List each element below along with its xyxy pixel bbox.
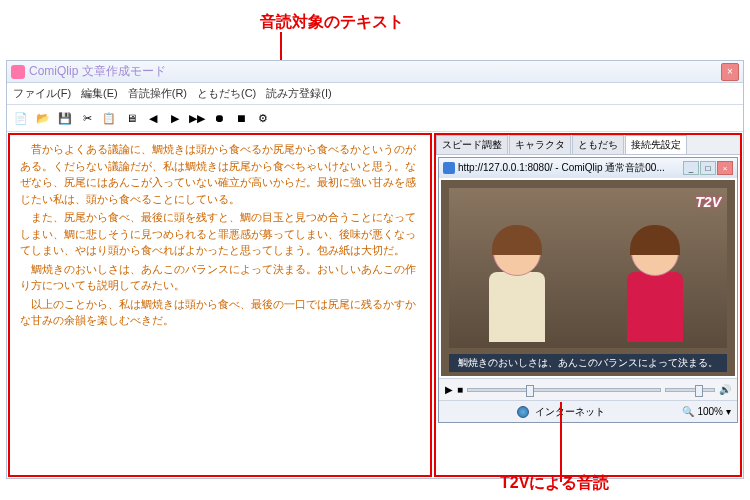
new-icon[interactable]: 📄 bbox=[11, 108, 31, 128]
window-title: ComiQlip 文章作成モード bbox=[29, 63, 166, 80]
save-icon[interactable]: 💾 bbox=[55, 108, 75, 128]
text-editor[interactable]: 昔からよくある議論に、鯛焼きは頭から食べるか尻尾から食べるかというのがある。くだ… bbox=[8, 133, 432, 477]
ie-titlebar: http://127.0.0.1:8080/ - ComiQlip 通常音読00… bbox=[439, 158, 737, 178]
play-icon[interactable]: ▶ bbox=[165, 108, 185, 128]
paragraph-1: 昔からよくある議論に、鯛焼きは頭から食べるか尻尾から食べるかというのがある。くだ… bbox=[20, 141, 420, 207]
paragraph-3: 鯛焼きのおいしさは、あんこのバランスによって決まる。おいしいあんこの作り方につい… bbox=[20, 261, 420, 294]
volume-icon[interactable]: 🔊 bbox=[719, 384, 731, 395]
maximize-button[interactable]: □ bbox=[700, 161, 716, 175]
globe-icon bbox=[517, 406, 529, 418]
prev-icon[interactable]: ◀ bbox=[143, 108, 163, 128]
menu-readop[interactable]: 音読操作(R) bbox=[128, 86, 187, 101]
next-icon[interactable]: ▶▶ bbox=[187, 108, 207, 128]
minimize-button[interactable]: _ bbox=[683, 161, 699, 175]
close-button[interactable]: × bbox=[721, 63, 739, 81]
caption-text: 鯛焼きのおいしさは、あんこのバランスによって決まる。 bbox=[449, 354, 727, 372]
ie-url-title: http://127.0.0.1:8080/ - ComiQlip 通常音読00… bbox=[458, 161, 665, 175]
cut-icon[interactable]: ✂ bbox=[77, 108, 97, 128]
seek-thumb[interactable] bbox=[526, 385, 534, 397]
copy-icon[interactable]: 📋 bbox=[99, 108, 119, 128]
tab-character[interactable]: キャラクタ bbox=[509, 135, 571, 154]
player-controls: ▶ ■ 🔊 bbox=[439, 378, 737, 400]
open-icon[interactable]: 📂 bbox=[33, 108, 53, 128]
right-bottom-panel bbox=[436, 425, 740, 475]
zoom-icon: 🔍 bbox=[682, 406, 694, 417]
annotation-line-bottom bbox=[560, 402, 562, 482]
tab-speed[interactable]: スピード調整 bbox=[436, 135, 508, 154]
tab-connection[interactable]: 接続先設定 bbox=[625, 135, 687, 154]
record-icon[interactable]: ⏺ bbox=[209, 108, 229, 128]
menu-readreg[interactable]: 読み方登録(I) bbox=[266, 86, 331, 101]
menu-friends[interactable]: ともだち(C) bbox=[197, 86, 256, 101]
t2v-viewer: T2V 鯛焼きのおいしさは、あんこのバランスによって決まる。 bbox=[441, 180, 735, 376]
volume-slider[interactable] bbox=[665, 388, 715, 392]
tab-friends[interactable]: ともだち bbox=[572, 135, 624, 154]
play-button[interactable]: ▶ bbox=[445, 384, 453, 395]
chevron-down-icon[interactable]: ▾ bbox=[726, 406, 731, 417]
titlebar: ComiQlip 文章作成モード × bbox=[7, 61, 743, 83]
ie-statusbar: インターネット 🔍 100% ▾ bbox=[439, 400, 737, 422]
body-split: 昔からよくある議論に、鯛焼きは頭から食べるか尻尾から食べるかというのがある。くだ… bbox=[7, 132, 743, 478]
monitor-icon[interactable]: 🖥 bbox=[121, 108, 141, 128]
zoom-control[interactable]: 🔍 100% ▾ bbox=[682, 406, 731, 417]
app-icon bbox=[11, 65, 25, 79]
zoom-value: 100% bbox=[697, 406, 723, 417]
volume-thumb[interactable] bbox=[695, 385, 703, 397]
main-window: ComiQlip 文章作成モード × ファイル(F) 編集(E) 音読操作(R)… bbox=[6, 60, 744, 479]
right-pane: スピード調整 キャラクタ ともだち 接続先設定 http://127.0.0.1… bbox=[434, 133, 742, 477]
t2v-logo: T2V bbox=[695, 194, 721, 210]
settings-icon[interactable]: ⚙ bbox=[253, 108, 273, 128]
toolbar: 📄 📂 💾 ✂ 📋 🖥 ◀ ▶ ▶▶ ⏺ ⏹ ⚙ bbox=[7, 105, 743, 132]
paragraph-4: 以上のことから、私は鯛焼きは頭から食べ、最後の一口では尻尾に残るかすかな甘みの余… bbox=[20, 296, 420, 329]
zone-label: インターネット bbox=[535, 405, 605, 419]
stop-button[interactable]: ■ bbox=[457, 384, 463, 395]
tabs: スピード調整 キャラクタ ともだち 接続先設定 bbox=[436, 135, 740, 155]
paragraph-2: また、尻尾から食べ、最後に頭を残すと、鯛の目玉と見つめ合うことになってしまい、鯛… bbox=[20, 209, 420, 259]
stop-icon[interactable]: ⏹ bbox=[231, 108, 251, 128]
ie-frame: http://127.0.0.1:8080/ - ComiQlip 通常音読00… bbox=[438, 157, 738, 423]
menu-file[interactable]: ファイル(F) bbox=[13, 86, 71, 101]
character-right bbox=[615, 228, 695, 348]
menubar: ファイル(F) 編集(E) 音読操作(R) ともだち(C) 読み方登録(I) bbox=[7, 83, 743, 105]
annotation-top: 音読対象のテキスト bbox=[260, 12, 404, 33]
seek-slider[interactable] bbox=[467, 388, 661, 392]
scene: T2V bbox=[449, 188, 727, 348]
ie-close-button[interactable]: × bbox=[717, 161, 733, 175]
menu-edit[interactable]: 編集(E) bbox=[81, 86, 118, 101]
ie-icon bbox=[443, 162, 455, 174]
annotation-bottom: T2Vによる音読 bbox=[500, 473, 609, 494]
character-left bbox=[477, 228, 557, 348]
